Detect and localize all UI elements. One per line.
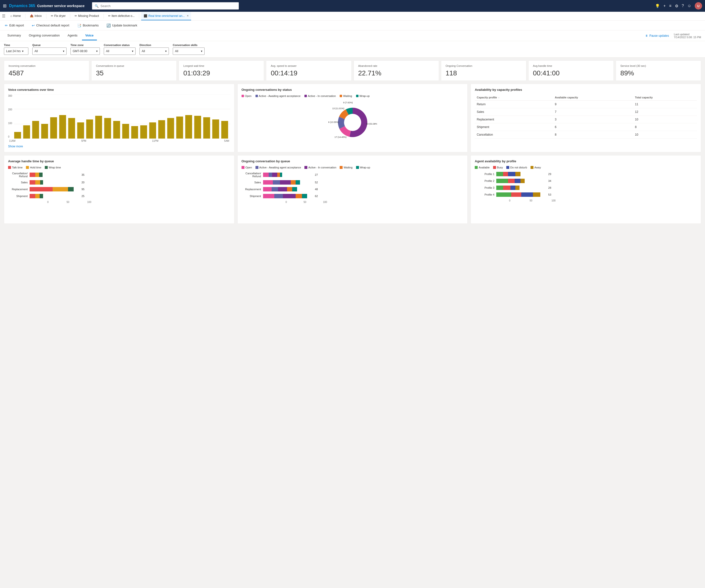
tab-voice[interactable]: Voice	[82, 31, 97, 40]
bar-8	[86, 120, 93, 139]
agent-avail-bars-seg-2-3	[515, 186, 519, 190]
bar-9	[95, 116, 102, 139]
filter-queue-select[interactable]: All ▾	[32, 47, 66, 55]
avg-handle-legend-dot-1	[26, 166, 29, 169]
agent-avail-bars-seg-2-1	[503, 186, 511, 190]
avg-handle-legend-dot-2	[45, 166, 48, 169]
ongoing-queue-bars-row-3: Shipment62	[241, 194, 464, 198]
filter-conv-skills-select[interactable]: All ▾	[173, 47, 204, 55]
col-total[interactable]: Total capacity	[633, 94, 697, 101]
filter-time-value: Last 24 hrs	[6, 49, 20, 53]
legend-label-4: Wrap-up	[360, 94, 370, 97]
settings-icon[interactable]: ⚙	[675, 4, 678, 8]
edit-icon-1: ✏	[51, 14, 53, 17]
bar-chart-area	[14, 94, 230, 139]
metric-value-3: 00:14:19	[271, 69, 347, 77]
user-emoji-icon[interactable]: ☺	[688, 4, 691, 8]
dashboard-icon: ⬛	[144, 14, 147, 17]
avg-handle-bars-val-1: 20	[82, 181, 84, 184]
agent-avail-legend-item-0: Available	[475, 166, 489, 169]
ongoing-queue-bars-label-0: Cancellation/Refund	[241, 172, 261, 178]
capacity-card: Availability by capacity profiles Capaci…	[471, 84, 701, 152]
col-available[interactable]: Available capacity	[553, 94, 633, 101]
chevron-down-icon-5: ▾	[165, 49, 167, 53]
plus-icon[interactable]: +	[663, 4, 666, 8]
tab-realtime[interactable]: ⬛ Real time omnichannel an... ✕	[141, 12, 191, 20]
avg-handle-bars-seg-3-2	[40, 194, 43, 198]
legend-label-0: Open	[245, 94, 251, 97]
voice-over-time-title: Voice conversations over time	[8, 88, 230, 92]
pause-updates-btn[interactable]: ⏸ Pause updates	[645, 34, 669, 38]
agent-avail-legend-dot-1	[493, 166, 496, 169]
avg-handle-bars-seg-0-0	[30, 173, 35, 177]
filter-timezone-select[interactable]: GMT-08:00 ▾	[70, 47, 100, 55]
donut-label-2: 16 (13.55%)	[328, 121, 339, 123]
avg-handle-bars-seg-0-1	[35, 173, 39, 177]
agent-avail-bars-seg-0-1	[503, 172, 508, 176]
edit-report-btn[interactable]: ✏ Edit report	[3, 22, 26, 29]
filter-queue-value: All	[35, 49, 38, 53]
hamburger-icon[interactable]: ☰	[2, 14, 5, 18]
tab-missing-product[interactable]: ✏ Missing Product	[72, 12, 101, 20]
waffle-icon[interactable]: ⊞	[3, 3, 7, 9]
donut-wrapper: 63 (53.38%)17 (14.40%)16 (13.55%)13 (11.…	[241, 100, 464, 144]
tab-item-defective[interactable]: ✏ Item defective o...	[106, 12, 137, 20]
legend-dot-4	[356, 95, 359, 97]
chart-xaxis: 11AM 5PM 11PM 5AM	[8, 140, 230, 142]
ongoing-queue-legend-item-3: Waiting	[340, 166, 352, 169]
tab-summary[interactable]: Summary	[4, 31, 25, 40]
tab-inbox[interactable]: 📥 Inbox	[28, 12, 44, 20]
bar-19	[185, 115, 192, 139]
agent-avail-bars-row-1: Profile 234	[475, 179, 697, 183]
capacity-table-wrap[interactable]: Capacity profile ↑ Available capacity To…	[475, 94, 697, 139]
agent-avail-legend-dot-2	[506, 166, 509, 169]
agent-avail-bars-bars-0	[496, 172, 545, 176]
bar-21	[203, 117, 210, 139]
search-bar[interactable]: 🔍	[92, 2, 239, 9]
show-more-link[interactable]: Show more	[8, 145, 23, 148]
avg-handle-bars-label-1: Sales	[8, 181, 28, 184]
lightbulb-icon[interactable]: 💡	[655, 4, 660, 8]
agent-avail-legend: Available Busy Do not disturb Away	[475, 166, 697, 169]
ongoing-queue-legend-dot-3	[340, 166, 342, 169]
search-input[interactable]	[101, 4, 236, 8]
agent-avail-bars-label-0: Profile 1	[475, 173, 494, 176]
tab-ongoing-conversation[interactable]: Ongoing conversation	[26, 31, 63, 40]
agent-avail-bars-row-2: Profile 328	[475, 186, 697, 190]
inbox-icon: 📥	[30, 14, 34, 17]
avatar[interactable]: U	[695, 2, 702, 9]
bookmarks-btn[interactable]: 📑 Bookmarks	[75, 22, 101, 29]
ongoing-queue-bars-bars-2	[263, 187, 312, 191]
filter-direction-select[interactable]: All ▾	[139, 47, 169, 55]
filter-time-select[interactable]: Last 24 hrs ▾	[4, 47, 29, 55]
avg-handle-bars-label-2: Replacement	[8, 188, 28, 191]
tab-agents[interactable]: Agents	[64, 31, 81, 40]
update-bookmark-btn[interactable]: 🔄 Update bookmark	[104, 22, 139, 29]
tab-close-icon[interactable]: ✕	[187, 14, 189, 17]
tab-realtime-label: Real time omnichannel an...	[148, 14, 185, 17]
checkout-report-btn[interactable]: ↩ Checkout default report	[30, 22, 71, 29]
ongoing-status-card: Ongoing conversations by status Open Act…	[237, 84, 468, 152]
ongoing-queue-bars-seg-1-0	[263, 180, 273, 185]
cap-available-1: 7	[553, 108, 633, 116]
filter-conv-status-select[interactable]: All ▾	[104, 47, 136, 55]
x-label-100-3: 100	[552, 199, 556, 202]
agent-avail-bars-seg-0-2	[508, 172, 516, 176]
ongoing-queue-bars-seg-0-0	[263, 173, 269, 177]
ongoing-queue-legend-dot-1	[255, 166, 258, 169]
ongoing-queue-bars-val-0: 27	[315, 173, 318, 176]
menu-icon[interactable]: ≡	[669, 4, 671, 8]
avg-handle-title: Average handle time by queue	[8, 160, 230, 163]
bar-2	[32, 121, 39, 139]
agent-avail-legend-label-1: Busy	[497, 166, 503, 169]
ongoing-queue-bars-seg-3-2	[283, 194, 296, 198]
ongoing-queue-bars-bars-0	[263, 173, 312, 177]
metric-card-7: Service level (30 sec) 89%	[616, 60, 701, 81]
col-profile[interactable]: Capacity profile ↑	[475, 94, 553, 101]
agent-avail-bars-seg-3-3	[533, 192, 540, 197]
x-label-100-1: 100	[87, 201, 91, 203]
help-icon[interactable]: ?	[682, 4, 684, 8]
tab-fix-dryer[interactable]: ✏ Fix dryer	[48, 12, 68, 20]
tab-home[interactable]: ⌂ Home	[8, 12, 23, 20]
avg-handle-bars-seg-0-2	[39, 173, 43, 177]
